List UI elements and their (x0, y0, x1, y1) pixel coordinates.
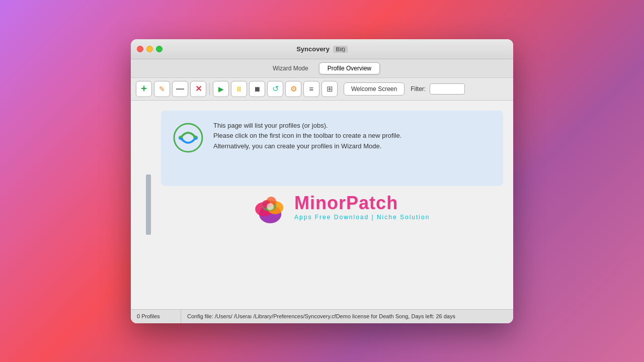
info-line-1: This page will list your profiles (or jo… (213, 121, 491, 131)
stop-icon: ⏹ (254, 85, 261, 93)
run-button[interactable]: ▶ (213, 81, 229, 97)
stop-button[interactable]: ⏹ (249, 81, 265, 97)
status-config-text: Config file: /Users/ /Useraı /Library/Pr… (181, 313, 513, 319)
statusbar: 0 Profiles Config file: /Users/ /Useraı … (131, 309, 513, 323)
copy-button[interactable]: ⊞ (321, 81, 338, 97)
filter-input[interactable] (430, 83, 465, 95)
info-line-2: Please click on the first icon in the to… (213, 131, 491, 141)
main-window: Syncovery Bit) Wizard Mode Profile Overv… (131, 39, 513, 323)
pause-icon: ⏸ (235, 85, 243, 93)
info-line-3: Alternatively, you can create your profi… (213, 141, 491, 152)
remove-profile-button[interactable]: — (172, 81, 188, 97)
refresh-icon: ↺ (272, 84, 279, 94)
welcome-screen-button[interactable]: Welcome Screen (344, 82, 405, 96)
add-icon: + (141, 83, 147, 95)
left-accent-bar (146, 174, 151, 235)
main-content: This page will list your profiles (or jo… (131, 101, 513, 309)
profile-list-area: This page will list your profiles (or jo… (131, 101, 513, 309)
add-profile-button[interactable]: + (136, 81, 152, 97)
info-text-block: This page will list your profiles (or jo… (213, 121, 491, 152)
close-button[interactable] (137, 46, 143, 52)
settings-button[interactable]: ⚙ (285, 81, 301, 97)
edit-profile-button[interactable]: ✎ (154, 81, 170, 97)
filter-label: Filter: (411, 85, 426, 93)
delete-icon: ✕ (195, 84, 202, 94)
info-panel: This page will list your profiles (or jo… (161, 111, 503, 186)
traffic-lights (137, 46, 163, 52)
pause-button[interactable]: ⏸ (231, 81, 247, 97)
delete-profile-button[interactable]: ✕ (190, 81, 206, 97)
tabbar: Wizard Mode Profile Overview (131, 59, 513, 78)
refresh-button[interactable]: ↺ (267, 81, 283, 97)
titlebar: Syncovery Bit) (131, 39, 513, 59)
edit-icon: ✎ (159, 85, 165, 93)
tab-wizard-mode[interactable]: Wizard Mode (264, 62, 317, 74)
separator-1 (209, 83, 210, 95)
toolbar: + ✎ — ✕ ▶ ⏸ ⏹ ↺ ⚙ ≡ ⊞ Welc (131, 78, 513, 101)
status-profiles-count: 0 Profiles (131, 310, 181, 323)
gear-icon: ⚙ (290, 84, 297, 94)
log-icon: ≡ (309, 84, 314, 93)
window-title: Syncovery Bit) (296, 45, 348, 53)
minimize-button[interactable] (146, 46, 153, 52)
tab-profile-overview[interactable]: Profile Overview (319, 62, 380, 74)
maximize-button[interactable] (156, 46, 163, 52)
log-button[interactable]: ≡ (303, 81, 319, 97)
title-badge: Bit) (334, 46, 348, 53)
syncovery-logo (173, 123, 203, 153)
play-icon: ▶ (218, 85, 224, 93)
minus-icon: — (176, 84, 184, 94)
copy-icon: ⊞ (327, 84, 333, 94)
